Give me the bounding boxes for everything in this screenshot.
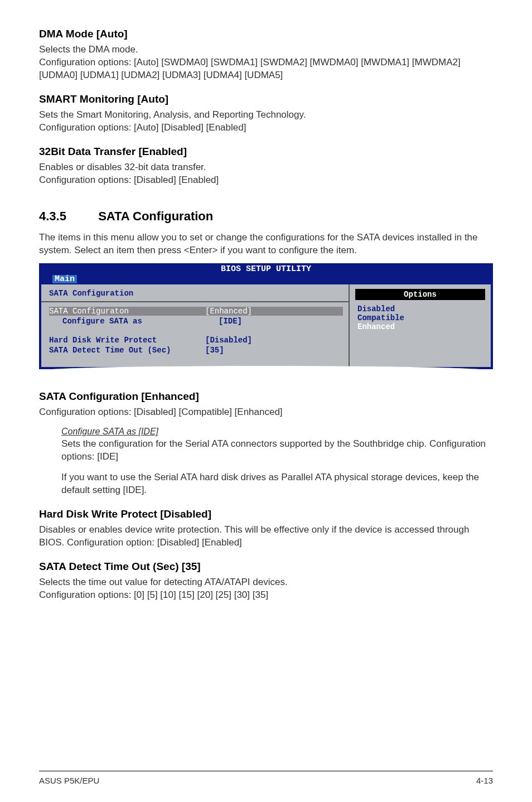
sata-enhanced-section: SATA Configuration [Enhanced] Configurat… (39, 390, 493, 496)
bios-body: SATA Configuration SATA Configuraton [En… (39, 284, 493, 369)
dma-mode-text2: Configuration options: [Auto] [SWDMA0] [… (39, 56, 493, 82)
footer-left: ASUS P5K/EPU (39, 776, 99, 785)
detect-section: SATA Detect Time Out (Sec) [35] Selects … (39, 561, 493, 602)
options-title: Options (355, 289, 485, 300)
detect-heading: SATA Detect Time Out (Sec) [35] (39, 561, 493, 573)
bios-curve-decoration (39, 366, 493, 374)
bios-title: BIOS SETUP UTILITY (39, 263, 493, 274)
smart-text1: Sets the Smart Monitoring, Analysis, and… (39, 109, 493, 122)
bios-content: SATA Configuraton [Enhanced] Configure S… (41, 302, 349, 367)
dma-mode-heading: DMA Mode [Auto] (39, 28, 493, 40)
footer-right: 4-13 (476, 776, 493, 785)
transfer-text2: Configuration options: [Disabled] [Enabl… (39, 174, 493, 187)
hdwp-heading: Hard Disk Write Protect [Disabled] (39, 508, 493, 520)
detect-text1: Selects the time out value for detecting… (39, 576, 493, 589)
bios-row-hd-write-protect[interactable]: Hard Disk Write Protect [Disabled] (49, 336, 343, 345)
configure-sata-text1: Sets the configuration for the Serial AT… (61, 438, 493, 463)
smart-section: SMART Monitoring [Auto] Sets the Smart M… (39, 93, 493, 134)
bios-left-panel: SATA Configuration SATA Configuraton [En… (41, 284, 349, 367)
hdwp-section: Hard Disk Write Protect [Disabled] Disab… (39, 508, 493, 549)
sata-config-heading: 4.3.5 SATA Configuration (39, 209, 493, 224)
transfer-heading: 32Bit Data Transfer [Enabled] (39, 146, 493, 158)
detect-text2: Configuration options: [0] [5] [10] [15]… (39, 589, 493, 602)
smart-text2: Configuration options: [Auto] [Disabled]… (39, 122, 493, 134)
bios-row-gap (49, 327, 343, 335)
transfer-section: 32Bit Data Transfer [Enabled] Enables or… (39, 146, 493, 187)
option-disabled[interactable]: Disabled (355, 305, 485, 313)
page-footer: ASUS P5K/EPU 4-13 (39, 771, 493, 785)
dma-mode-text1: Selects the DMA mode. (39, 44, 493, 56)
bios-row-configure-sata-as[interactable]: Configure SATA as [IDE] (49, 317, 343, 326)
section-title: SATA Configuration (98, 209, 213, 223)
sata-config-intro: The items in this menu allow you to set … (39, 231, 493, 257)
bios-tabrow: Main (39, 274, 493, 284)
option-enhanced[interactable]: Enhanced (355, 322, 485, 331)
configure-sata-subsection: Configure SATA as [IDE] Sets the configu… (39, 426, 493, 463)
bios-tab-main[interactable]: Main (52, 275, 77, 283)
bios-panel-title: SATA Configuration (41, 284, 349, 302)
bios-window: BIOS SETUP UTILITY Main SATA Configurati… (39, 263, 493, 374)
bios-right-panel: Options Disabled Compatible Enhanced (349, 284, 491, 367)
configure-sata-text2: If you want to use the Serial ATA hard d… (39, 471, 493, 497)
hdwp-text1: Disables or enables device write protect… (39, 524, 493, 549)
dma-mode-section: DMA Mode [Auto] Selects the DMA mode. Co… (39, 28, 493, 82)
sata-enhanced-text1: Configuration options: [Disabled] [Compa… (39, 406, 493, 419)
transfer-text1: Enables or disables 32-bit data transfer… (39, 161, 493, 174)
option-compatible[interactable]: Compatible (355, 313, 485, 322)
configure-sata-subheading: Configure SATA as [IDE] (61, 426, 493, 438)
bios-row-sata-detect-timeout[interactable]: SATA Detect Time Out (Sec) [35] (49, 346, 343, 355)
section-number: 4.3.5 (39, 209, 95, 224)
smart-heading: SMART Monitoring [Auto] (39, 93, 493, 105)
bios-row-sata-configuraton[interactable]: SATA Configuraton [Enhanced] (49, 307, 343, 316)
sata-enhanced-heading: SATA Configuration [Enhanced] (39, 390, 493, 403)
